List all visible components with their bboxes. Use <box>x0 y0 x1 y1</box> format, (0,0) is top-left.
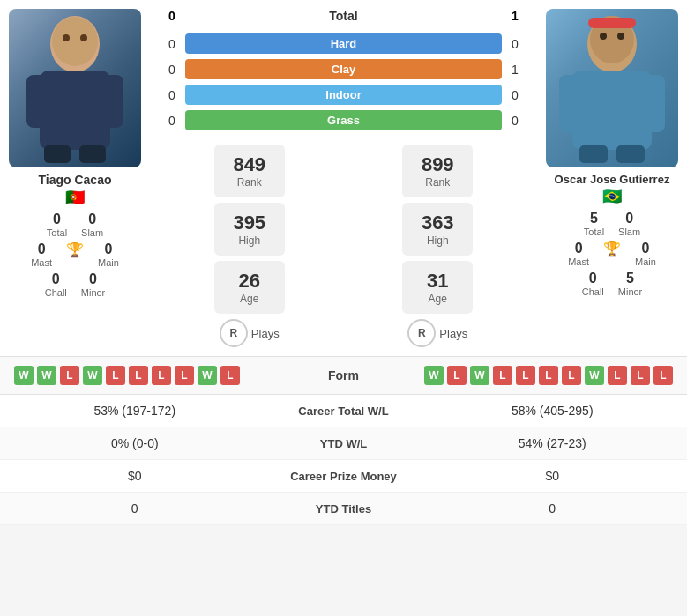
player-right-minor: 5 Minor <box>618 271 643 297</box>
form-section: WWLWLLLLWL Form WLWLLLLWLLL <box>0 356 687 394</box>
svg-rect-18 <box>588 18 636 28</box>
right-rank-value: 899 <box>414 153 460 176</box>
right-plays-label: Plays <box>439 327 467 340</box>
right-age-box: 31 Age <box>402 261 473 314</box>
titles-right: 0 <box>432 501 674 516</box>
form-badge-right: W <box>585 366 604 385</box>
form-badge-left: L <box>175 366 194 385</box>
grass-btn[interactable]: Grass <box>185 110 502 130</box>
right-rank-label: Rank <box>414 176 460 189</box>
left-plays-label: Plays <box>251 327 280 340</box>
player-left-stats-row3: 0 Chall 0 Minor <box>45 271 106 298</box>
svg-point-17 <box>617 33 624 40</box>
form-badge-left: L <box>129 366 148 385</box>
player-right-main: 0 Main <box>635 241 656 267</box>
right-rank-box: 899 Rank <box>402 145 473 197</box>
ytd-wl-row: 0% (0-0) YTD W/L 54% (27-23) <box>0 427 687 460</box>
left-age-value: 26 <box>227 270 273 293</box>
grass-score-right: 0 <box>502 114 528 128</box>
left-rank-value: 849 <box>227 153 273 176</box>
hard-btn[interactable]: Hard <box>185 33 502 54</box>
left-high-label: High <box>227 234 273 247</box>
grass-score-left: 0 <box>159 114 185 128</box>
player-right-slam: 0 Slam <box>618 211 640 237</box>
form-badge-right: L <box>631 366 650 385</box>
player-left-stats-row1: 0 Total 0 Slam <box>47 212 103 238</box>
clay-score-left: 0 <box>159 63 185 77</box>
left-rank-box: 849 Rank <box>214 145 285 197</box>
players-section: Tiago Cacao 🇵🇹 0 Total 0 Slam 0 <box>0 0 687 356</box>
svg-rect-13 <box>579 145 608 163</box>
titles-left: 0 <box>14 501 256 516</box>
player-left-stats-row2: 0 Mast 🏆 0 Main <box>31 241 119 268</box>
svg-point-8 <box>80 34 87 41</box>
left-rank-panel: 849 Rank 395 High 26 Age R Plays <box>159 145 340 347</box>
form-badge-right: W <box>424 366 444 385</box>
total-score-left: 0 <box>159 9 185 23</box>
player-right-stats-row1: 5 Total 0 Slam <box>584 211 640 237</box>
hard-score-right: 0 <box>502 37 528 51</box>
right-plays-row: R Plays <box>407 319 467 347</box>
svg-rect-3 <box>101 75 123 128</box>
titles-label: YTD Titles <box>256 502 432 516</box>
form-badge-left: L <box>220 366 240 385</box>
player-right-silhouette <box>546 9 678 167</box>
indoor-score-left: 0 <box>159 88 185 102</box>
total-score-right: 1 <box>502 9 528 23</box>
indoor-score-right: 0 <box>502 88 528 102</box>
svg-point-16 <box>600 33 607 40</box>
form-badge-left: W <box>37 366 56 385</box>
form-badge-right: L <box>493 366 512 385</box>
form-badge-right: L <box>539 366 558 385</box>
player-right-photo <box>546 9 678 167</box>
career-wl-left: 53% (197-172) <box>14 404 256 418</box>
right-high-box: 363 High <box>402 203 473 256</box>
player-left-main: 0 Main <box>98 241 119 268</box>
form-badge-right: L <box>447 366 467 385</box>
right-age-label: Age <box>414 293 460 305</box>
right-high-value: 363 <box>414 212 460 234</box>
form-left: WWLWLLLLWL <box>14 366 291 385</box>
player-right-stats-row3: 0 Chall 5 Minor <box>582 271 643 297</box>
form-badge-right: L <box>653 366 673 385</box>
career-wl-row: 53% (197-172) Career Total W/L 58% (405-… <box>0 395 687 427</box>
form-badge-right: W <box>470 366 489 385</box>
career-wl-right: 58% (405-295) <box>432 404 674 418</box>
right-high-label: High <box>414 234 460 247</box>
right-age-value: 31 <box>414 270 460 293</box>
prize-row: $0 Career Prize Money $0 <box>0 460 687 493</box>
left-age-box: 26 Age <box>214 261 285 314</box>
player-left-total: 0 Total <box>47 212 67 238</box>
form-badge-left: W <box>83 366 102 385</box>
svg-rect-12 <box>643 75 665 132</box>
career-wl-label: Career Total W/L <box>256 404 432 418</box>
stats-table: 53% (197-172) Career Total W/L 58% (405-… <box>0 394 687 525</box>
player-left-mast: 0 Mast <box>31 241 52 268</box>
player-left-photo <box>9 9 141 167</box>
player-left-silhouette <box>9 9 141 167</box>
player-right: Oscar Jose Gutierrez 🇧🇷 5 Total 0 Slam 0 <box>537 9 687 347</box>
indoor-row: 0 Indoor 0 <box>159 85 528 105</box>
player-right-chall: 0 Chall <box>582 271 604 297</box>
player-left-info: 0 Total 0 Slam 0 Mast 🏆 0 <box>0 204 150 298</box>
indoor-btn[interactable]: Indoor <box>185 85 502 105</box>
clay-btn[interactable]: Clay <box>185 59 502 79</box>
svg-rect-10 <box>572 71 652 150</box>
clay-score-right: 1 <box>502 63 528 77</box>
player-left-minor: 0 Minor <box>81 271 106 298</box>
form-badge-left: W <box>198 366 217 385</box>
total-label: Total <box>185 9 502 23</box>
svg-rect-4 <box>44 145 71 163</box>
form-badge-left: L <box>106 366 125 385</box>
player-left-slam: 0 Slam <box>81 212 103 238</box>
prize-left: $0 <box>14 469 256 483</box>
player-left-flag: 🇵🇹 <box>64 190 86 204</box>
titles-row: 0 YTD Titles 0 <box>0 493 687 525</box>
left-plays-circle: R <box>220 319 248 347</box>
left-high-box: 395 High <box>214 203 285 256</box>
player-right-info: 5 Total 0 Slam 0 Mast 🏆 0 <box>537 204 687 297</box>
right-rank-panel: 899 Rank 363 High 31 Age R Plays <box>347 145 529 347</box>
svg-point-6 <box>52 17 98 66</box>
svg-rect-14 <box>616 145 645 163</box>
trophy-right-icon: 🏆 <box>603 241 621 267</box>
